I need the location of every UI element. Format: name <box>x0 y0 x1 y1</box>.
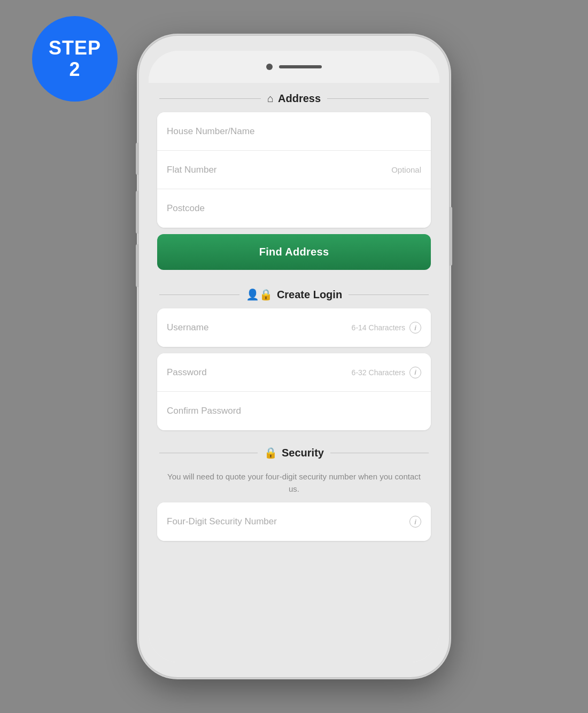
camera-dot <box>266 64 273 70</box>
security-header-line-right <box>330 453 429 453</box>
flat-number-row[interactable]: Flat Number Optional <box>157 151 431 189</box>
security-number-placeholder: Four-Digit Security Number <box>167 516 409 527</box>
security-header-line-left <box>159 453 258 453</box>
confirm-password-placeholder: Confirm Password <box>167 406 421 416</box>
login-section-label: Create Login <box>277 289 342 301</box>
login-header-line-right <box>349 294 429 295</box>
volume-down-button <box>136 244 139 287</box>
power-button <box>449 207 452 266</box>
optional-label: Optional <box>391 165 421 174</box>
login-section-header: 👤🔒 Create Login <box>149 278 439 308</box>
address-card: House Number/Name Flat Number Optional P… <box>157 112 431 228</box>
security-number-row[interactable]: Four-Digit Security Number i <box>157 502 431 541</box>
phone-content: ⌂ Address House Number/Name Flat Number … <box>149 83 439 662</box>
login-header-line-left <box>159 294 239 295</box>
username-info-icon[interactable]: i <box>409 322 421 334</box>
password-hint: 6-32 Characters <box>352 368 405 377</box>
postcode-placeholder: Postcode <box>167 203 421 214</box>
password-placeholder: Password <box>167 367 352 378</box>
phone-screen: ⌂ Address House Number/Name Flat Number … <box>149 51 439 662</box>
postcode-row[interactable]: Postcode <box>157 189 431 228</box>
security-description: You will need to quote your four-digit s… <box>149 467 439 502</box>
lock-icon: 🔒 <box>264 446 277 459</box>
header-line-left <box>159 98 261 99</box>
step-badge: STEP2 <box>32 16 118 102</box>
password-info-icon[interactable]: i <box>409 367 421 378</box>
username-placeholder: Username <box>167 322 352 333</box>
username-card: Username 6-14 Characters i <box>157 308 431 347</box>
confirm-password-row[interactable]: Confirm Password <box>157 392 431 430</box>
phone-shell: ⌂ Address House Number/Name Flat Number … <box>139 36 449 677</box>
password-card: Password 6-32 Characters i Confirm Passw… <box>157 353 431 430</box>
address-section-header: ⌂ Address <box>149 83 439 112</box>
login-icon: 👤🔒 <box>246 288 273 301</box>
flat-number-placeholder: Flat Number <box>167 165 391 175</box>
step-badge-text: STEP2 <box>49 37 101 80</box>
header-line-right <box>327 98 429 99</box>
address-section-label: Address <box>278 92 321 105</box>
login-header-inner: 👤🔒 Create Login <box>239 288 349 301</box>
security-section-header: 🔒 Security <box>149 437 439 467</box>
house-number-placeholder: House Number/Name <box>167 126 421 137</box>
password-row[interactable]: Password 6-32 Characters i <box>157 353 431 392</box>
volume-up-button <box>136 191 139 234</box>
username-hint: 6-14 Characters <box>352 323 405 332</box>
find-address-button[interactable]: Find Address <box>157 234 431 270</box>
security-header-inner: 🔒 Security <box>258 446 330 459</box>
security-number-card: Four-Digit Security Number i <box>157 502 431 541</box>
address-header-inner: ⌂ Address <box>261 92 327 105</box>
speaker-bar <box>279 65 322 68</box>
house-number-row[interactable]: House Number/Name <box>157 112 431 151</box>
phone-notch <box>149 51 439 83</box>
username-row[interactable]: Username 6-14 Characters i <box>157 308 431 347</box>
scene: STEP2 ⌂ Address <box>0 0 588 713</box>
security-number-info-icon[interactable]: i <box>409 516 421 528</box>
security-section-label: Security <box>282 447 324 459</box>
home-icon: ⌂ <box>267 92 274 105</box>
